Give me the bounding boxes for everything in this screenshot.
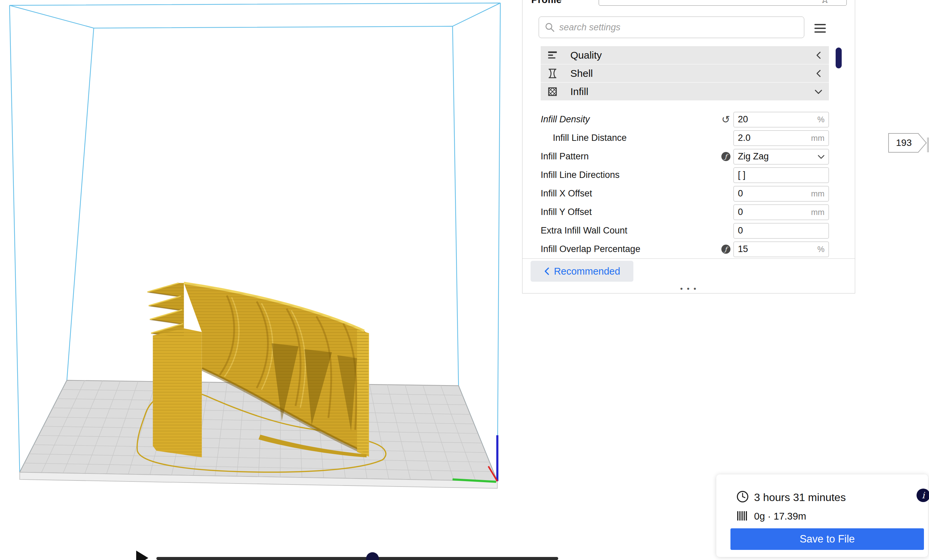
setting-label: Infill Line Directions — [541, 170, 718, 180]
unit-label: mm — [811, 133, 825, 143]
infill-x-offset-field[interactable]: mm — [733, 186, 829, 202]
settings-list: Infill Density ↺ % Infill Line Distance … — [541, 110, 829, 259]
function-icon[interactable]: ƒ — [721, 245, 730, 254]
shell-icon — [547, 68, 558, 79]
extra-infill-wall-count-input[interactable] — [738, 225, 825, 236]
save-to-file-button[interactable]: Save to File — [730, 528, 924, 550]
unit-label: % — [817, 245, 825, 254]
print-settings-panel: Profile ☆ Quality — [522, 0, 855, 294]
panel-resize-handle[interactable]: • • • — [680, 285, 697, 293]
infill-density-field[interactable]: % — [733, 112, 829, 127]
infill-overlap-percentage-field[interactable]: % — [733, 242, 829, 257]
chevron-left-icon — [544, 267, 550, 275]
print-summary-card: 3 hours 31 minutes i 0g · 17.39m Save to… — [716, 474, 928, 557]
unit-label: mm — [811, 189, 825, 199]
category-shell[interactable]: Shell — [541, 64, 829, 82]
infill-icon — [547, 86, 558, 97]
info-icon[interactable]: i — [917, 488, 929, 502]
profile-label: Profile — [531, 0, 561, 5]
setting-infill-x-offset: Infill X Offset mm — [541, 184, 829, 203]
setting-label: Infill Density — [541, 114, 718, 125]
profile-dropdown[interactable]: ☆ — [599, 0, 847, 6]
setting-infill-line-directions: Infill Line Directions — [541, 166, 829, 184]
setting-infill-pattern: Infill Pattern ƒ Zig Zag — [541, 147, 829, 166]
recommended-mode-button[interactable]: Recommended — [530, 261, 633, 282]
print-time-estimate: 3 hours 31 minutes — [754, 491, 846, 504]
settings-search[interactable] — [539, 17, 804, 38]
setting-infill-density: Infill Density ↺ % — [541, 110, 829, 129]
cura-prepare-window: Profile ☆ Quality — [0, 0, 929, 560]
category-quality[interactable]: Quality — [541, 46, 829, 64]
play-button[interactable] — [136, 551, 148, 560]
category-label: Shell — [570, 68, 593, 79]
category-infill[interactable]: Infill — [541, 83, 829, 100]
setting-label: Infill Pattern — [541, 151, 718, 162]
chevron-down-icon — [814, 87, 823, 96]
chevron-down-icon — [817, 153, 825, 160]
layer-count-tooltip[interactable]: 193 — [888, 133, 927, 153]
chevron-left-icon — [815, 69, 823, 78]
panel-footer: Recommended • • • — [523, 259, 855, 294]
search-input[interactable] — [559, 22, 804, 33]
setting-label: Infill Overlap Percentage — [541, 244, 718, 254]
chevron-left-icon — [815, 51, 823, 60]
dropdown-value: Zig Zag — [738, 151, 769, 162]
category-label: Quality — [570, 49, 602, 61]
infill-line-directions-field[interactable] — [733, 167, 829, 183]
search-icon — [544, 22, 555, 33]
setting-label: Infill Line Distance — [541, 133, 718, 143]
extra-infill-wall-count-field[interactable] — [733, 223, 829, 239]
infill-density-input[interactable] — [738, 114, 825, 125]
function-icon[interactable]: ƒ — [721, 152, 730, 161]
layer-slider-edge[interactable] — [927, 138, 929, 152]
star-icon[interactable]: ☆ — [820, 0, 829, 5]
recommended-label: Recommended — [554, 266, 620, 277]
clock-icon — [736, 490, 749, 503]
setting-infill-line-distance: Infill Line Distance mm — [541, 129, 829, 147]
layer-count-value: 193 — [896, 138, 912, 148]
setting-extra-infill-wall-count: Extra Infill Wall Count — [541, 221, 829, 240]
infill-line-distance-field[interactable]: mm — [733, 130, 829, 146]
setting-infill-overlap-percentage: Infill Overlap Percentage ƒ % — [541, 240, 829, 259]
material-estimate: 0g · 17.39m — [754, 511, 806, 522]
category-list: Quality Shell Infill — [541, 46, 829, 101]
infill-line-directions-input[interactable] — [738, 170, 825, 180]
setting-infill-y-offset: Infill Y Offset mm — [541, 203, 829, 221]
infill-y-offset-field[interactable]: mm — [733, 205, 829, 220]
reset-icon[interactable]: ↺ — [721, 115, 730, 125]
settings-menu-icon[interactable] — [814, 24, 826, 33]
material-icon — [736, 510, 748, 522]
settings-scrollbar[interactable] — [835, 47, 842, 69]
infill-pattern-dropdown[interactable]: Zig Zag — [733, 149, 829, 164]
category-label: Infill — [570, 86, 588, 97]
unit-label: % — [817, 115, 825, 124]
unit-label: mm — [811, 208, 825, 217]
setting-label: Infill Y Offset — [541, 207, 718, 217]
layer-playback-track[interactable] — [156, 557, 558, 560]
setting-label: Infill X Offset — [541, 188, 718, 199]
setting-label: Extra Infill Wall Count — [541, 225, 718, 236]
quality-icon — [547, 49, 558, 61]
infill-overlap-percentage-input[interactable] — [738, 244, 825, 254]
